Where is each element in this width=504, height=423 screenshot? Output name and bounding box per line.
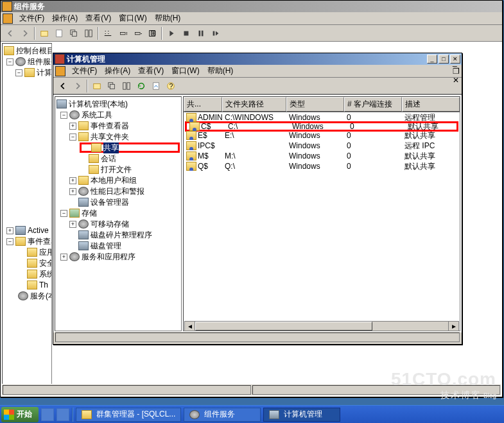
menu-action[interactable]: 操作(A)	[48, 12, 82, 25]
col-desc[interactable]: 描述	[402, 97, 460, 112]
collapse-icon[interactable]: −	[15, 69, 22, 76]
up-button[interactable]	[37, 26, 51, 40]
help-button[interactable]: ?	[164, 79, 178, 93]
tile-button[interactable]	[119, 79, 134, 93]
menu-action[interactable]: 操作(A)	[101, 64, 134, 78]
tree-storage[interactable]: −存储	[56, 208, 180, 218]
share-row[interactable]: IPC$Windows0远程 IPC	[184, 141, 460, 151]
export-button[interactable]	[149, 79, 163, 93]
defrag-icon	[78, 230, 89, 239]
quick-launch-desktop[interactable]	[56, 408, 69, 421]
quick-launch-ie[interactable]	[41, 408, 54, 421]
tb-icon-1[interactable]: ∷	[101, 26, 115, 40]
inner-titlebar[interactable]: 计算机管理 _ □ ✕	[53, 53, 462, 65]
cascade-button[interactable]	[67, 26, 81, 40]
tree-perf-logs[interactable]: +性能日志和警报	[56, 186, 180, 196]
menu-window[interactable]: 窗口(W)	[115, 12, 150, 25]
services-icon	[69, 252, 80, 261]
col-clients[interactable]: # 客户端连接	[344, 97, 402, 112]
tree-item[interactable]: +Active Directory	[4, 225, 50, 236]
storage-icon	[69, 209, 80, 218]
tree-sessions[interactable]: 会话	[56, 153, 180, 164]
collapse-icon[interactable]: −	[60, 210, 67, 217]
tree-item[interactable]: 服务(本地)	[4, 291, 50, 301]
tb-icon-2[interactable]: ▭▭	[116, 26, 130, 40]
col-type[interactable]: 类型	[286, 97, 344, 112]
mdi-minimize-button[interactable]: _	[453, 58, 460, 67]
refresh-button[interactable]	[134, 79, 148, 93]
menu-help[interactable]: 帮助(H)	[204, 64, 238, 78]
tree-removable[interactable]: +可移动存储	[56, 219, 180, 229]
mdi-close-button[interactable]: ✕	[453, 76, 460, 85]
outer-titlebar[interactable]: 组件服务	[1, 1, 502, 12]
maximize-button[interactable]: □	[439, 55, 449, 64]
tree-item[interactable]: −计算机	[4, 67, 50, 78]
collapse-icon[interactable]: −	[6, 238, 13, 245]
task-component-services[interactable]: 组件服务	[184, 408, 261, 422]
share-row[interactable]: E$E:\Windows0默认共享	[184, 130, 460, 141]
menu-view[interactable]: 查看(V)	[134, 64, 168, 78]
menu-view[interactable]: 查看(V)	[82, 12, 115, 25]
task-computer-management[interactable]: 计算机管理	[263, 408, 340, 422]
start-button[interactable]: 开始	[1, 407, 39, 422]
collapse-icon[interactable]: −	[6, 58, 13, 65]
tree-shared-folders[interactable]: −共享文件夹	[56, 132, 180, 142]
cascade-button[interactable]	[105, 79, 119, 93]
tb-play[interactable]	[164, 26, 178, 40]
props-button[interactable]	[52, 26, 66, 40]
refresh-button[interactable]	[82, 26, 96, 40]
tree-disk-mgmt[interactable]: 磁盘管理	[56, 241, 180, 251]
expand-icon[interactable]: +	[69, 188, 76, 195]
tree-item[interactable]: 系统	[4, 269, 50, 279]
scroll-thumb[interactable]	[195, 322, 372, 331]
tree-root[interactable]: 控制台根目录	[4, 46, 50, 56]
expand-icon[interactable]: +	[60, 254, 67, 261]
tree-item[interactable]: Th	[4, 280, 50, 290]
back-button[interactable]	[3, 26, 17, 40]
tree-item[interactable]: 应用程序	[4, 247, 50, 257]
minimize-button[interactable]: _	[427, 55, 437, 64]
horizontal-scrollbar[interactable]: ◂ ▸	[184, 321, 459, 331]
tree-event-viewer[interactable]: +事件查看器	[56, 121, 180, 131]
tb-stop[interactable]	[179, 26, 193, 40]
tb-restart[interactable]	[209, 26, 223, 40]
tb-pause[interactable]	[194, 26, 208, 40]
expand-icon[interactable]: +	[69, 177, 76, 184]
col-name[interactable]: 共...	[184, 97, 222, 112]
expand-icon[interactable]: +	[6, 227, 13, 234]
share-row[interactable]: M$M:\Windows0默认共享	[184, 151, 460, 161]
back-button[interactable]	[56, 79, 70, 93]
menu-window[interactable]: 窗口(W)	[168, 64, 203, 78]
task-cluster-admin[interactable]: 群集管理器 - [SQLCL...	[76, 408, 181, 422]
tree-open-files[interactable]: 打开文件	[56, 164, 180, 175]
tree-item[interactable]: 安全性	[4, 258, 50, 268]
scroll-right-button[interactable]: ▸	[448, 322, 458, 331]
col-path[interactable]: 文件夹路径	[222, 97, 286, 112]
fwd-button[interactable]	[18, 26, 32, 40]
menu-help[interactable]: 帮助(H)	[151, 12, 185, 25]
menu-file[interactable]: 文件(F)	[15, 12, 48, 25]
app-icon	[55, 54, 65, 64]
share-row[interactable]: Q$Q:\Windows0默认共享	[184, 161, 460, 171]
tree-item[interactable]: −组件服务	[4, 56, 50, 67]
tree-root[interactable]: 计算机管理(本地)	[56, 99, 180, 109]
collapse-icon[interactable]: −	[60, 112, 67, 119]
tree-services-apps[interactable]: +服务和应用程序	[56, 252, 180, 262]
tree-local-users[interactable]: +本地用户和组	[56, 175, 180, 186]
share-folder-icon	[78, 132, 89, 141]
tree-system-tools[interactable]: −系统工具	[56, 110, 180, 120]
tree-device-mgr[interactable]: 设备管理器	[56, 197, 180, 207]
tree-defrag[interactable]: 磁盘碎片整理程序	[56, 230, 180, 240]
tree-item[interactable]: −事件查看器	[4, 236, 50, 246]
expand-icon[interactable]: +	[69, 123, 76, 130]
tree-shares-highlighted[interactable]: 共享	[80, 142, 180, 153]
menu-file[interactable]: 文件(F)	[68, 64, 101, 78]
up-button[interactable]	[90, 79, 104, 93]
expand-icon[interactable]: +	[69, 221, 76, 228]
scroll-left-button[interactable]: ◂	[185, 322, 195, 331]
mdi-restore-button[interactable]: ❐	[453, 67, 460, 76]
tb-icon-4[interactable]: ⊞	[145, 26, 159, 40]
collapse-icon[interactable]: −	[69, 134, 76, 141]
tb-icon-3[interactable]: ▭-	[130, 26, 144, 40]
fwd-button[interactable]	[71, 79, 85, 93]
